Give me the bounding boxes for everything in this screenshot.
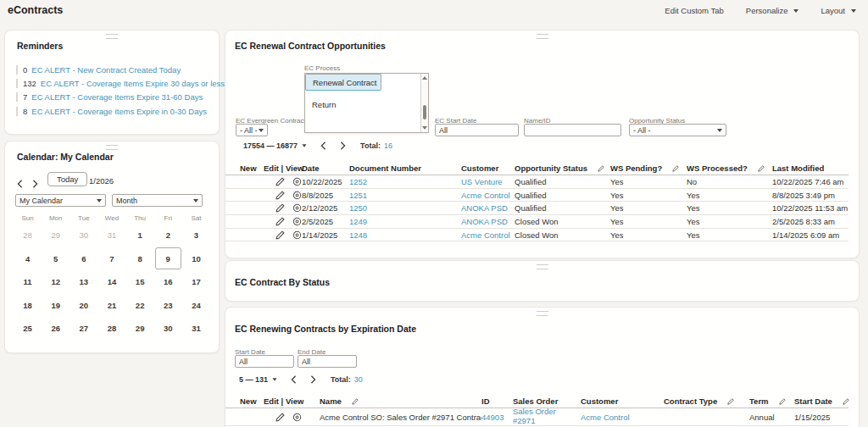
- scroll-up-icon[interactable]: [422, 76, 427, 80]
- customer-link[interactable]: Acme Control: [581, 413, 664, 422]
- column-header[interactable]: Date: [302, 164, 349, 173]
- calendar-day[interactable]: 9: [154, 247, 182, 271]
- end-date-input[interactable]: [298, 355, 357, 368]
- view-icon[interactable]: [292, 413, 302, 422]
- view-icon[interactable]: [292, 177, 302, 186]
- edit-column-icon[interactable]: [758, 165, 765, 172]
- edit-column-icon[interactable]: [727, 398, 734, 405]
- calendar-day[interactable]: 20: [70, 294, 97, 318]
- scroll-down-icon[interactable]: [422, 126, 427, 130]
- column-header[interactable]: Start Date: [794, 396, 849, 406]
- view-icon[interactable]: [292, 203, 302, 213]
- calendar-day[interactable]: 3: [182, 224, 210, 247]
- column-header[interactable]: Customer: [581, 396, 664, 406]
- drag-handle-icon[interactable]: [537, 311, 548, 316]
- listbox-scrollbar[interactable]: [420, 74, 428, 132]
- calendar-day[interactable]: 15: [126, 270, 154, 294]
- calendar-day[interactable]: 28: [97, 317, 125, 341]
- calendar-day[interactable]: 21: [97, 294, 125, 318]
- document-number-link[interactable]: 1248: [349, 230, 461, 240]
- column-header[interactable]: Last Modified: [772, 164, 849, 173]
- column-header[interactable]: Contract Type: [664, 396, 749, 406]
- drag-handle-icon[interactable]: [106, 34, 118, 39]
- calendar-day[interactable]: 31: [97, 224, 125, 247]
- pagination-range[interactable]: 17554 — 16877: [243, 141, 298, 150]
- column-header[interactable]: New: [240, 396, 264, 406]
- customer-link[interactable]: US Venture: [461, 177, 515, 186]
- name-id-input[interactable]: [524, 124, 621, 136]
- drag-handle-icon[interactable]: [537, 264, 548, 269]
- column-header[interactable]: ID: [481, 396, 513, 406]
- calendar-day[interactable]: 26: [42, 317, 70, 341]
- calendar-day[interactable]: 14: [97, 270, 125, 294]
- calendar-day[interactable]: 11: [14, 270, 42, 294]
- column-header[interactable]: Term: [749, 396, 794, 406]
- edit-column-icon[interactable]: [598, 165, 604, 172]
- calendar-day[interactable]: 6: [70, 247, 97, 271]
- calendar-day[interactable]: 4: [14, 247, 42, 271]
- view-icon[interactable]: [292, 191, 302, 200]
- document-number-link[interactable]: 1252: [349, 177, 461, 186]
- opportunity-status-select[interactable]: - All -: [629, 124, 726, 136]
- start-date-input[interactable]: [235, 355, 294, 368]
- column-header[interactable]: Sales Order: [513, 396, 581, 406]
- customer-link[interactable]: Acme Control: [461, 230, 515, 240]
- calendar-day[interactable]: 5: [42, 247, 70, 271]
- edit-icon[interactable]: [275, 413, 285, 422]
- calendar-day[interactable]: 30: [70, 224, 97, 247]
- edit-icon[interactable]: [275, 191, 285, 200]
- calendar-day[interactable]: 29: [42, 224, 70, 247]
- evergreen-select[interactable]: - All -: [236, 124, 268, 136]
- next-month-icon[interactable]: [32, 176, 38, 191]
- customer-link[interactable]: ANOKA PSD: [461, 203, 515, 213]
- calendar-day[interactable]: 12: [42, 270, 70, 294]
- calendar-day[interactable]: 7: [97, 247, 125, 271]
- calendar-day[interactable]: 18: [14, 294, 42, 318]
- document-number-link[interactable]: 1250: [349, 203, 461, 213]
- edit-column-icon[interactable]: [843, 398, 849, 405]
- ec-process-option[interactable]: Renewal Contract: [305, 74, 381, 91]
- scrollbar-thumb[interactable]: [423, 105, 426, 119]
- ec-process-listbox[interactable]: Renewal ContractBillingReturn: [304, 73, 429, 133]
- calendar-day[interactable]: 27: [70, 317, 97, 341]
- ec-process-option[interactable]: Return: [305, 94, 421, 114]
- column-header[interactable]: Document Number: [349, 164, 461, 173]
- prev-month-icon[interactable]: [17, 176, 23, 191]
- personalize-menu[interactable]: Personalize: [746, 6, 799, 15]
- layout-menu[interactable]: Layout: [821, 6, 856, 15]
- column-header[interactable]: Edit | View: [264, 164, 302, 173]
- drag-handle-icon[interactable]: [537, 34, 548, 39]
- id-link[interactable]: 44903: [481, 413, 513, 422]
- edit-column-icon[interactable]: [352, 398, 359, 405]
- document-number-link[interactable]: 1249: [349, 217, 461, 226]
- calendar-select[interactable]: My Calendar: [15, 194, 106, 207]
- edit-icon[interactable]: [275, 203, 285, 213]
- calendar-day[interactable]: 30: [154, 317, 182, 341]
- today-button[interactable]: Today: [47, 172, 87, 186]
- calendar-day[interactable]: 29: [126, 317, 154, 341]
- column-header[interactable]: Opportunity Status: [515, 164, 610, 173]
- drag-handle-icon[interactable]: [106, 145, 118, 150]
- calendar-day[interactable]: 13: [70, 270, 97, 294]
- customer-link[interactable]: ANOKA PSD: [461, 217, 515, 226]
- column-header[interactable]: WS Pending?: [610, 164, 687, 173]
- reminder-link[interactable]: EC ALERT - Coverage Items Expire 31-60 D…: [31, 92, 203, 102]
- calendar-day[interactable]: 28: [14, 224, 42, 247]
- edit-column-icon[interactable]: [779, 398, 786, 405]
- customer-link[interactable]: Acme Control: [461, 191, 515, 200]
- reminder-link[interactable]: EC ALERT - Coverage Items Expire 30 days…: [41, 79, 225, 88]
- document-number-link[interactable]: 1251: [349, 191, 461, 200]
- column-header[interactable]: WS Processed?: [687, 164, 772, 173]
- calendar-day[interactable]: 10: [182, 247, 210, 271]
- calendar-day[interactable]: 19: [42, 294, 70, 318]
- calendar-day[interactable]: 23: [154, 294, 182, 318]
- calendar-day[interactable]: 31: [182, 317, 210, 341]
- calendar-day[interactable]: 24: [182, 294, 210, 318]
- ec-start-date-input[interactable]: [435, 124, 519, 136]
- column-header[interactable]: Edit | View: [264, 396, 320, 406]
- calendar-day[interactable]: 17: [182, 270, 210, 294]
- edit-icon[interactable]: [275, 217, 285, 226]
- reminder-link[interactable]: EC ALERT - Coverage Items Expire in 0-30…: [31, 107, 207, 116]
- calendar-view-select[interactable]: Month: [112, 194, 203, 207]
- column-header[interactable]: New: [240, 164, 264, 173]
